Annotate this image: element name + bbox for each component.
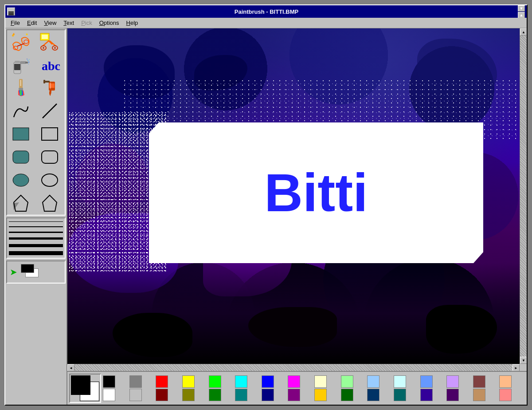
menu-view[interactable]: View	[40, 19, 60, 27]
current-fg-color[interactable]	[71, 375, 90, 395]
palette-color-pink[interactable]	[499, 389, 512, 401]
tool-filled-rect[interactable]	[7, 122, 35, 146]
tool-filled-roundrect[interactable]	[7, 146, 35, 169]
tool-text[interactable]: abc	[36, 53, 63, 76]
tool-arrow-icon: ➤	[10, 267, 17, 277]
palette-color-green[interactable]	[209, 389, 221, 401]
vertical-scrollbar: ▲ ▼	[520, 28, 527, 364]
tool-curve[interactable]	[7, 99, 35, 122]
painting-image: Bitti	[67, 28, 520, 364]
foreground-color-box[interactable]	[21, 264, 34, 273]
thickness-4[interactable]	[9, 237, 63, 240]
palette-color-gray[interactable]	[129, 375, 142, 388]
scroll-thumb-vertical[interactable]	[520, 35, 527, 357]
svg-text:abc: abc	[42, 59, 60, 73]
main-content: ✦ ★	[5, 28, 527, 405]
svg-point-3	[24, 40, 28, 43]
scrollbar-corner	[520, 364, 527, 371]
palette-color-brown[interactable]	[473, 375, 485, 388]
palette-color-lightblue[interactable]	[367, 375, 379, 388]
palette-color-teal[interactable]	[235, 389, 247, 401]
thickness-5[interactable]	[9, 244, 63, 247]
current-colors-display	[69, 374, 101, 403]
maximize-button[interactable]: ▲	[518, 12, 525, 18]
menu-file[interactable]: File	[7, 19, 23, 27]
palette-color-black[interactable]	[103, 375, 115, 388]
svg-rect-36	[42, 151, 58, 163]
palette-color-darkpurple[interactable]	[446, 389, 459, 401]
palette-color-lightyellow[interactable]	[314, 375, 327, 388]
tool-filled-polygon[interactable]	[7, 192, 35, 215]
palette-color-yellow[interactable]	[182, 375, 195, 388]
svg-rect-15	[20, 61, 26, 64]
tool-bucket[interactable]	[36, 76, 63, 99]
palette-color-white-r1[interactable]	[103, 389, 115, 401]
tool-airbrush[interactable]	[7, 53, 35, 76]
svg-point-18	[28, 62, 29, 63]
thickness-3[interactable]	[9, 232, 63, 233]
tool-grid: ✦ ★	[6, 29, 66, 216]
menu-help[interactable]: Help	[123, 19, 142, 27]
menu-pick[interactable]: Pick	[78, 19, 96, 27]
palette-color-darkred[interactable]	[156, 389, 168, 401]
svg-rect-33	[13, 128, 29, 140]
bitti-text: Bitti	[149, 122, 484, 264]
palette-color-red[interactable]	[156, 375, 168, 388]
thickness-2[interactable]	[9, 226, 63, 227]
palette-color-lime[interactable]	[209, 375, 221, 388]
tool-ellipse[interactable]	[36, 169, 63, 192]
palette-color-lightpurple[interactable]	[446, 375, 459, 388]
palette-color-cyan[interactable]	[235, 375, 247, 388]
thickness-1[interactable]	[9, 221, 63, 222]
system-menu-button[interactable]	[7, 8, 15, 16]
palette-color-magenta[interactable]	[288, 375, 300, 388]
menu-text[interactable]: Text	[60, 19, 78, 27]
svg-marker-40	[13, 202, 19, 210]
svg-text:★: ★	[25, 32, 28, 36]
svg-line-32	[43, 104, 57, 118]
svg-rect-16	[25, 62, 28, 63]
palette-color-darkgreen2[interactable]	[341, 389, 353, 401]
svg-point-21	[28, 63, 28, 64]
palette-color-darkblue2[interactable]	[367, 389, 379, 401]
scroll-left-arrow[interactable]: ◄	[67, 364, 74, 371]
palette-color-olive[interactable]	[182, 389, 195, 401]
palette-color-peach[interactable]	[499, 375, 512, 388]
svg-point-37	[13, 174, 29, 186]
svg-point-12	[54, 47, 56, 49]
palette-color-indigo[interactable]	[420, 389, 433, 401]
scroll-right-arrow[interactable]: ►	[512, 364, 520, 371]
palette-color-silver[interactable]	[129, 389, 142, 401]
palette-color-tan[interactable]	[473, 389, 485, 401]
tool-brush[interactable]	[7, 76, 35, 99]
tool-rect[interactable]	[36, 122, 63, 146]
canvas-scroll-area: Bitti ▲ ▼ ◄ ►	[67, 28, 527, 371]
menu-edit[interactable]: Edit	[23, 19, 40, 27]
main-window: Paintbrush - BITTI.BMP ▼ ▲ File Edit Vie…	[4, 4, 528, 406]
canvas-wrapper: Bitti	[67, 28, 520, 364]
palette-color-lightblue2[interactable]	[420, 375, 433, 388]
palette-color-purple[interactable]	[288, 389, 300, 401]
tool-polygon[interactable]	[36, 192, 63, 215]
palette-color-navy[interactable]	[262, 389, 274, 401]
line-thickness-selector	[6, 217, 66, 259]
palette-color-darkyellow[interactable]	[314, 389, 327, 401]
scroll-down-arrow[interactable]: ▼	[520, 357, 527, 364]
thickness-6[interactable]	[9, 251, 63, 255]
palette-grid	[103, 375, 525, 401]
palette-color-lightcyan[interactable]	[394, 375, 406, 388]
tool-roundrect[interactable]	[36, 146, 63, 169]
palette-color-blue[interactable]	[262, 375, 274, 388]
scroll-thumb-horizontal[interactable]	[74, 364, 512, 371]
tool-free-select[interactable]: ✦ ★	[7, 30, 35, 53]
tool-line[interactable]	[36, 99, 63, 122]
svg-point-38	[42, 174, 58, 186]
menu-options[interactable]: Options	[96, 19, 123, 27]
minimize-button[interactable]: ▼	[518, 5, 525, 12]
tool-filled-ellipse[interactable]	[7, 169, 35, 192]
palette-color-lightgreen[interactable]	[341, 375, 353, 388]
painting-canvas[interactable]: Bitti	[67, 28, 520, 364]
scroll-up-arrow[interactable]: ▲	[520, 28, 527, 35]
tool-select[interactable]	[36, 30, 63, 53]
palette-color-darkcyan[interactable]	[394, 389, 406, 401]
